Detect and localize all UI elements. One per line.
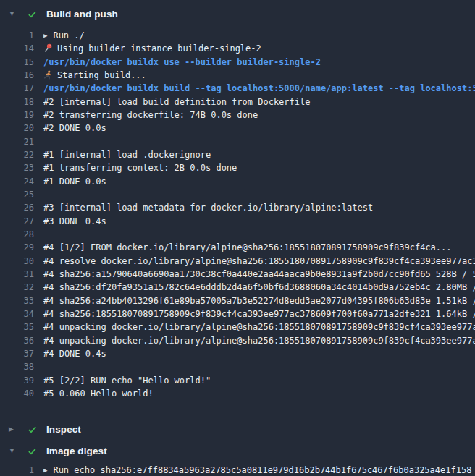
log-line-content: #5 0.060 Hello world!	[43, 387, 154, 400]
log-text: Run echo sha256:e7ff8834a5963a2785c5a081…	[53, 465, 471, 475]
line-number[interactable]: 26	[0, 201, 34, 214]
section-header-build-and-push[interactable]: ▼Build and push	[0, 6, 475, 22]
log-line: 24#1 DONE 0.0s	[0, 175, 475, 188]
log-line: 28	[0, 228, 475, 241]
line-number[interactable]: 30	[0, 255, 34, 268]
line-number[interactable]: 27	[0, 215, 34, 228]
chevron-down-icon[interactable]: ▼	[9, 6, 19, 22]
chevron-right-icon[interactable]: ▶	[9, 421, 19, 437]
log-block: 1▶Run ./14Using builder instance builder…	[0, 29, 475, 400]
log-text: #2 [internal] load build definition from…	[43, 97, 310, 107]
log-line: 20#2 DONE 0.0s	[0, 122, 475, 135]
log-line-content: Using builder instance builder-single-2	[43, 42, 261, 55]
log-line-content: #4 [1/2] FROM docker.io/library/alpine@s…	[43, 241, 452, 254]
line-number[interactable]: 32	[0, 281, 34, 294]
run-expand-icon[interactable]: ▶	[43, 464, 47, 476]
line-number[interactable]: 25	[0, 188, 34, 201]
log-line-content: /usr/bin/docker buildx build --tag local…	[43, 82, 475, 95]
log-line-content: #4 sha256:185518070891758909c9f839cf4ca3…	[43, 307, 475, 320]
line-number[interactable]: 1	[0, 29, 34, 42]
log-line: 1▶Run ./	[0, 29, 475, 42]
runner-icon	[43, 70, 53, 80]
log-line: 34#4 sha256:185518070891758909c9f839cf4c…	[0, 307, 475, 320]
line-number[interactable]: 21	[0, 135, 34, 148]
line-number[interactable]: 34	[0, 307, 34, 320]
run-expand-icon[interactable]: ▶	[43, 29, 47, 42]
log-line: 14Using builder instance builder-single-…	[0, 42, 475, 55]
section-header-inspect[interactable]: ▶Inspect	[0, 421, 475, 437]
log-text: #4 unpacking docker.io/library/alpine@sh…	[43, 336, 475, 346]
log-section: ▶Inspect	[0, 421, 475, 437]
log-line-content: Starting build...	[43, 69, 146, 82]
log-line: 17/usr/bin/docker buildx build --tag loc…	[0, 82, 475, 95]
log-line-content: #1 DONE 0.0s	[43, 175, 106, 188]
log-text: #5 [2/2] RUN echo "Hello world!"	[43, 375, 211, 386]
line-number[interactable]: 19	[0, 109, 34, 122]
log-line: 31#4 sha256:a15790640a6690aa1730c38cf0a4…	[0, 268, 475, 281]
log-line-content: #2 transferring dockerfile: 74B 0.0s don…	[43, 109, 258, 122]
log-line-content: #2 [internal] load build definition from…	[43, 95, 310, 109]
section-header-image-digest[interactable]: ▼Image digest	[0, 443, 475, 459]
line-number[interactable]: 1	[0, 464, 34, 476]
log-line-content: #4 unpacking docker.io/library/alpine@sh…	[43, 320, 475, 333]
line-number[interactable]: 14	[0, 42, 34, 55]
line-number[interactable]: 17	[0, 82, 34, 95]
log-block: 1▶Run echo sha256:e7ff8834a5963a2785c5a0…	[0, 464, 475, 476]
line-number[interactable]: 28	[0, 228, 34, 241]
log-section: ▼Image digest1▶Run echo sha256:e7ff8834a…	[0, 443, 475, 476]
log-line: 23#1 transferring context: 2B 0.0s done	[0, 161, 475, 174]
workflow-log-viewer: ▼Build and push1▶Run ./14Using builder i…	[0, 0, 475, 476]
log-line: 30#4 resolve docker.io/library/alpine@sh…	[0, 255, 475, 268]
line-number[interactable]: 15	[0, 56, 34, 69]
log-line-content: #4 DONE 0.4s	[43, 347, 106, 360]
line-number[interactable]: 40	[0, 387, 34, 400]
log-text: /usr/bin/docker buildx use --builder bui…	[43, 57, 321, 67]
log-line-content: #4 sha256:a24bb4013296f61e89ba57005a7b3e…	[43, 294, 475, 307]
chevron-down-icon[interactable]: ▼	[9, 443, 19, 459]
line-number[interactable]: 31	[0, 268, 34, 281]
check-icon	[26, 423, 38, 435]
log-line: 36#4 unpacking docker.io/library/alpine@…	[0, 334, 475, 347]
line-number[interactable]: 20	[0, 122, 34, 135]
line-number[interactable]: 22	[0, 148, 34, 161]
line-number[interactable]: 35	[0, 320, 34, 333]
log-text: #4 resolve docker.io/library/alpine@sha2…	[43, 256, 475, 266]
line-number[interactable]: 24	[0, 175, 34, 188]
line-number[interactable]: 36	[0, 334, 34, 347]
line-number[interactable]: 33	[0, 294, 34, 307]
line-number[interactable]: 18	[0, 95, 34, 109]
log-line: 16Starting build...	[0, 69, 475, 82]
log-text: #4 sha256:185518070891758909c9f839cf4ca3…	[43, 309, 475, 319]
log-line-content: #3 [internal] load metadata for docker.i…	[43, 201, 373, 214]
log-line-content[interactable]: ▶Run ./	[43, 29, 85, 42]
log-line-content: #1 transferring context: 2B 0.0s done	[43, 161, 237, 174]
log-line: 27#3 DONE 0.4s	[0, 215, 475, 228]
line-number[interactable]: 23	[0, 161, 34, 174]
log-line: 15/usr/bin/docker buildx use --builder b…	[0, 56, 475, 69]
line-number[interactable]: 39	[0, 374, 34, 387]
log-text: #4 DONE 0.4s	[43, 349, 106, 359]
log-line-content[interactable]: ▶Run echo sha256:e7ff8834a5963a2785c5a08…	[43, 464, 471, 476]
log-line: 40#5 0.060 Hello world!	[0, 387, 475, 400]
log-text: #4 sha256:a15790640a6690aa1730c38cf0a440…	[43, 269, 475, 279]
log-line-content: #5 [2/2] RUN echo "Hello world!"	[43, 374, 211, 387]
log-line: 37#4 DONE 0.4s	[0, 347, 475, 360]
log-text: Using builder instance builder-single-2	[57, 43, 261, 54]
log-text: #2 DONE 0.0s	[43, 123, 106, 133]
log-line-content: #1 [internal] load .dockerignore	[43, 148, 211, 161]
line-number[interactable]: 16	[0, 69, 34, 82]
section-title: Image digest	[46, 446, 107, 456]
log-line: 22#1 [internal] load .dockerignore	[0, 148, 475, 161]
section-title: Build and push	[46, 9, 118, 20]
log-line: 35#4 unpacking docker.io/library/alpine@…	[0, 320, 475, 333]
log-line: 29#4 [1/2] FROM docker.io/library/alpine…	[0, 241, 475, 254]
log-line: 1▶Run echo sha256:e7ff8834a5963a2785c5a0…	[0, 464, 475, 476]
pushpin-icon	[43, 43, 53, 53]
log-section: ▼Build and push1▶Run ./14Using builder i…	[0, 6, 475, 400]
log-line: 33#4 sha256:a24bb4013296f61e89ba57005a7b…	[0, 294, 475, 307]
line-number[interactable]: 38	[0, 360, 34, 373]
log-line: 19#2 transferring dockerfile: 74B 0.0s d…	[0, 109, 475, 122]
line-number[interactable]: 37	[0, 347, 34, 360]
line-number[interactable]: 29	[0, 241, 34, 254]
log-text: #4 sha256:df20fa9351a15782c64e6dddb2d4a6…	[43, 282, 475, 292]
